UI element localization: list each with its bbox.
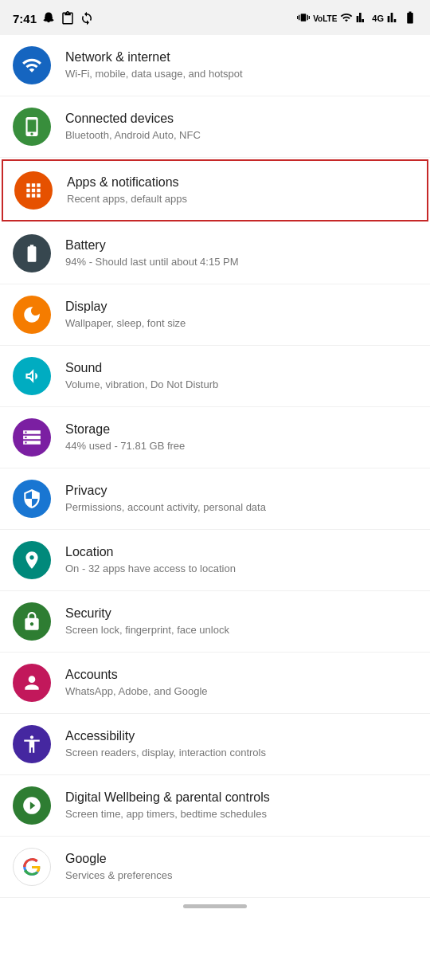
display-text: Display Wallpaper, sleep, font size bbox=[65, 299, 417, 331]
display-title: Display bbox=[65, 299, 417, 316]
settings-item-privacy[interactable]: Privacy Permissions, account activity, p… bbox=[0, 468, 430, 530]
snapchat-icon bbox=[41, 11, 56, 25]
wellbeing-text: Digital Wellbeing & parental controls Sc… bbox=[65, 790, 417, 821]
signal-icon bbox=[356, 11, 369, 26]
accounts-icon-circle bbox=[13, 664, 51, 702]
accessibility-subtitle: Screen readers, display, interaction con… bbox=[65, 747, 417, 760]
settings-list: Network & internet Wi-Fi, mobile, data u… bbox=[0, 35, 430, 898]
sound-text: Sound Volume, vibration, Do Not Disturb bbox=[65, 360, 417, 392]
clipboard-icon bbox=[61, 11, 75, 25]
google-icon-circle bbox=[13, 848, 51, 886]
privacy-title: Privacy bbox=[65, 483, 417, 500]
accessibility-title: Accessibility bbox=[65, 728, 417, 745]
security-subtitle: Screen lock, fingerprint, face unlock bbox=[65, 624, 417, 637]
connected-text: Connected devices Bluetooth, Android Aut… bbox=[65, 111, 417, 143]
google-subtitle: Services & preferences bbox=[65, 869, 417, 883]
network-text: Network & internet Wi-Fi, mobile, data u… bbox=[65, 49, 417, 81]
security-icon bbox=[22, 611, 42, 632]
connected-icon bbox=[22, 116, 42, 137]
storage-icon bbox=[22, 427, 42, 448]
google-icon bbox=[22, 857, 42, 877]
connected-subtitle: Bluetooth, Android Auto, NFC bbox=[65, 129, 417, 143]
battery-setting-icon bbox=[22, 243, 42, 264]
settings-item-sound[interactable]: Sound Volume, vibration, Do Not Disturb bbox=[0, 346, 430, 407]
display-subtitle: Wallpaper, sleep, font size bbox=[65, 317, 417, 331]
apps-title: Apps & notifications bbox=[67, 174, 416, 191]
storage-title: Storage bbox=[65, 421, 417, 438]
privacy-subtitle: Permissions, account activity, personal … bbox=[65, 501, 417, 515]
accessibility-icon bbox=[22, 734, 42, 755]
network-4g-icon: 4G bbox=[372, 14, 384, 23]
apps-icon-circle bbox=[14, 171, 53, 210]
storage-text: Storage 44% used - 71.81 GB free bbox=[65, 421, 417, 453]
vibrate-icon bbox=[297, 11, 310, 26]
signal2-icon bbox=[387, 11, 400, 26]
accessibility-icon-circle bbox=[13, 725, 51, 763]
location-text: Location On - 32 apps have access to loc… bbox=[65, 544, 417, 576]
network-title: Network & internet bbox=[65, 49, 417, 66]
apps-text: Apps & notifications Recent apps, defaul… bbox=[67, 174, 416, 206]
accounts-icon bbox=[22, 672, 42, 693]
security-text: Security Screen lock, fingerprint, face … bbox=[65, 606, 417, 637]
wellbeing-icon-circle bbox=[13, 786, 51, 825]
sound-title: Sound bbox=[65, 360, 417, 377]
security-title: Security bbox=[65, 606, 417, 622]
network-icon-circle bbox=[13, 46, 51, 84]
accounts-subtitle: WhatsApp, Adobe, and Google bbox=[65, 685, 417, 699]
google-title: Google bbox=[65, 851, 417, 868]
location-title: Location bbox=[65, 544, 417, 561]
settings-item-apps[interactable]: Apps & notifications Recent apps, defaul… bbox=[2, 159, 428, 221]
sound-icon-circle bbox=[13, 357, 51, 395]
settings-item-google[interactable]: Google Services & preferences bbox=[0, 837, 430, 898]
wellbeing-icon bbox=[22, 795, 42, 816]
status-left: 7:41 bbox=[13, 11, 94, 25]
settings-item-location[interactable]: Location On - 32 apps have access to loc… bbox=[0, 530, 430, 591]
sound-subtitle: Volume, vibration, Do Not Disturb bbox=[65, 378, 417, 392]
wellbeing-title: Digital Wellbeing & parental controls bbox=[65, 790, 417, 806]
settings-item-security[interactable]: Security Screen lock, fingerprint, face … bbox=[0, 591, 430, 653]
settings-item-connected[interactable]: Connected devices Bluetooth, Android Aut… bbox=[0, 96, 430, 158]
privacy-text: Privacy Permissions, account activity, p… bbox=[65, 483, 417, 515]
security-icon-circle bbox=[13, 602, 51, 641]
apps-subtitle: Recent apps, default apps bbox=[67, 193, 416, 206]
location-icon-circle bbox=[13, 541, 51, 579]
wifi-status-icon bbox=[340, 11, 353, 26]
connected-title: Connected devices bbox=[65, 111, 417, 127]
battery-icon bbox=[403, 10, 417, 27]
storage-icon-circle bbox=[13, 418, 51, 457]
sync-icon bbox=[80, 11, 94, 25]
location-icon bbox=[22, 550, 42, 570]
connected-icon-circle bbox=[13, 108, 51, 146]
storage-subtitle: 44% used - 71.81 GB free bbox=[65, 440, 417, 453]
google-text: Google Services & preferences bbox=[65, 851, 417, 883]
network-subtitle: Wi-Fi, mobile, data usage, and hotspot bbox=[65, 68, 417, 81]
apps-icon bbox=[23, 180, 44, 201]
scrollbar-container bbox=[0, 898, 430, 911]
accounts-text: Accounts WhatsApp, Adobe, and Google bbox=[65, 667, 417, 699]
wellbeing-subtitle: Screen time, app timers, bedtime schedul… bbox=[65, 808, 417, 821]
accessibility-text: Accessibility Screen readers, display, i… bbox=[65, 728, 417, 760]
battery-subtitle: 94% - Should last until about 4:15 PM bbox=[65, 256, 417, 269]
display-icon bbox=[22, 304, 42, 325]
status-bar: 7:41 VoLTE bbox=[0, 0, 430, 35]
scrollbar-thumb[interactable] bbox=[183, 904, 247, 908]
status-time: 7:41 bbox=[13, 12, 37, 25]
privacy-icon bbox=[22, 488, 42, 509]
location-subtitle: On - 32 apps have access to location bbox=[65, 563, 417, 576]
settings-item-battery[interactable]: Battery 94% - Should last until about 4:… bbox=[0, 223, 430, 284]
settings-item-storage[interactable]: Storage 44% used - 71.81 GB free bbox=[0, 407, 430, 468]
settings-item-accessibility[interactable]: Accessibility Screen readers, display, i… bbox=[0, 714, 430, 775]
battery-title: Battery bbox=[65, 237, 417, 254]
battery-setting-icon-circle bbox=[13, 234, 51, 272]
settings-item-display[interactable]: Display Wallpaper, sleep, font size bbox=[0, 284, 430, 346]
display-icon-circle bbox=[13, 296, 51, 334]
wifi-icon bbox=[22, 55, 42, 76]
settings-item-accounts[interactable]: Accounts WhatsApp, Adobe, and Google bbox=[0, 653, 430, 714]
settings-item-wellbeing[interactable]: Digital Wellbeing & parental controls Sc… bbox=[0, 775, 430, 837]
battery-text: Battery 94% - Should last until about 4:… bbox=[65, 237, 417, 269]
volte-icon: VoLTE bbox=[313, 14, 337, 23]
sound-icon bbox=[22, 366, 42, 386]
accounts-title: Accounts bbox=[65, 667, 417, 684]
status-right: VoLTE 4G bbox=[297, 10, 417, 27]
settings-item-network[interactable]: Network & internet Wi-Fi, mobile, data u… bbox=[0, 35, 430, 96]
